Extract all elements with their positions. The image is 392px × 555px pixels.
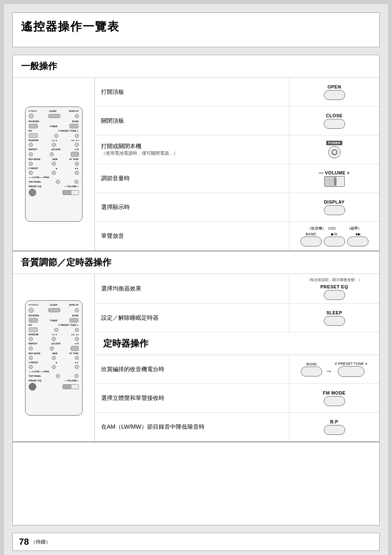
op-row-mono: 單聲放音 （收音機）（CD） （磁帶） BAND <box>95 222 379 251</box>
op-desc-sleep: 設定／解除睡眠定時器 <box>95 304 289 332</box>
section2-header: 音質調節／定時器操作 <box>13 251 379 274</box>
page-number: 78 <box>19 536 29 547</box>
remote-image-2: POWER SLEEP DISPLAY FM MODE BAND <box>25 300 83 416</box>
band-button[interactable] <box>300 237 322 246</box>
volume-label: — VOLUME + <box>319 170 350 175</box>
section2-content: POWER SLEEP DISPLAY FM MODE BAND <box>13 274 379 442</box>
op-btn-area-display: DISPLAY <box>289 193 379 221</box>
arrow-icon: → <box>325 363 332 376</box>
volume-slider[interactable] <box>324 176 345 187</box>
power-box-label: POWER <box>326 141 342 145</box>
op-desc-fm-mode: 選擇立體聲和單聲接收時 <box>95 384 289 412</box>
display-button[interactable] <box>324 205 345 215</box>
op-btn-area-open: OPEN <box>289 78 379 106</box>
section3-title: 定時器操作 <box>103 338 148 348</box>
op-btn-area-power: POWER <box>289 135 379 164</box>
power-button[interactable] <box>328 146 341 158</box>
op-text-mono: 單聲放音 <box>101 232 283 240</box>
section1-operations: 打開頂板 OPEN 關閉頂板 CLOSE <box>95 78 379 251</box>
rev-fwd-label: ◄▶ <box>355 232 361 236</box>
preset-eq-button-label: PRESET EQ <box>321 284 348 289</box>
op-text-band-tune: 欣賞編排的收音機電台時 <box>101 366 283 373</box>
op-text-power: 打開或關閉本機 <box>101 143 283 150</box>
op-desc-mono: 單聲放音 <box>95 222 289 251</box>
page-footer: 78 （待續） <box>12 533 380 551</box>
op-text-bp: 在AM（LW/MW）節目錄音中降低噪音時 <box>101 423 283 431</box>
op-btn-area-preset-eq: （每次按該鈕，顯示都會改變。） PRESET EQ <box>289 274 379 303</box>
title-section: 遙控器操作一覽表 <box>12 12 380 47</box>
op-text-sleep: 設定／解除睡眠定時器 <box>101 314 283 322</box>
mono-button-group: BAND ▶/II ◄▶ <box>300 232 369 246</box>
band-tune-buttons: BAND → V PRESET TUNE ∧ <box>301 362 368 377</box>
preset-eq-button[interactable] <box>324 290 345 300</box>
section1-header: 一般操作 <box>13 55 379 78</box>
op-desc-open: 打開頂板 <box>95 78 289 106</box>
op-btn-area-band-tune: BAND → V PRESET TUNE ∧ <box>289 355 379 383</box>
v-preset-tune-button[interactable] <box>338 366 364 377</box>
bp-button[interactable] <box>324 425 345 435</box>
sleep-button[interactable] <box>324 316 345 326</box>
close-button-label: CLOSE <box>326 113 342 118</box>
op-text-preset-eq: 選擇均衡器效果 <box>101 285 283 293</box>
display-button-label: DISPLAY <box>324 200 344 204</box>
band-label: BAND <box>306 232 316 236</box>
play-pause-button[interactable] <box>324 237 345 246</box>
main-content: 一般操作 POWER SLEEP DISPLAY <box>12 55 380 525</box>
op-desc-volume: 調節音量時 <box>95 164 289 193</box>
op-text-open: 打開頂板 <box>101 88 283 96</box>
play-pause-label: ▶/II <box>331 232 337 236</box>
op-btn-area-volume: — VOLUME + <box>289 164 379 193</box>
mono-sub1: （收音機）（CD） <box>307 226 339 231</box>
op-row-volume: 調節音量時 — VOLUME + <box>95 164 379 193</box>
op-desc-bp: 在AM（LW/MW）節目錄音中降低噪音時 <box>95 413 289 441</box>
op-sub-power: （使用電池電源時，僅可關閉電源。） <box>101 150 283 156</box>
v-preset-tune-label: V PRESET TUNE ∧ <box>334 362 368 366</box>
op-btn-area-sleep: SLEEP <box>289 304 379 332</box>
op-row-close: 關閉頂板 CLOSE <box>95 107 379 135</box>
op-text-volume: 調節音量時 <box>101 175 283 182</box>
op-row-display: 選擇顯示時 DISPLAY <box>95 193 379 222</box>
fm-mode-button-label: FM MODE <box>323 390 346 395</box>
rev-fwd-button[interactable] <box>347 237 369 246</box>
open-button[interactable] <box>324 90 345 100</box>
remote-panel-1: POWER SLEEP DISPLAY FM MODE BAND <box>13 78 95 251</box>
sleep-button-label: SLEEP <box>326 310 342 315</box>
fm-mode-button[interactable] <box>324 396 345 406</box>
section3-header: 定時器操作 <box>95 332 379 355</box>
open-button-label: OPEN <box>327 84 341 89</box>
op-row-power: 打開或關閉本機 （使用電池電源時，僅可關閉電源。） POWER <box>95 135 379 164</box>
section2-operations: 選擇均衡器效果 （每次按該鈕，顯示都會改變。） PRESET EQ 設定／解除睡… <box>95 274 379 441</box>
preset-eq-sub: （每次按該鈕，顯示都會改變。） <box>307 277 362 283</box>
op-row-open: 打開頂板 OPEN <box>95 78 379 107</box>
op-row-preset-eq: 選擇均衡器效果 （每次按該鈕，顯示都會改變。） PRESET EQ <box>95 274 379 304</box>
op-text-close: 關閉頂板 <box>101 117 283 125</box>
section1-title: 一般操作 <box>21 61 57 71</box>
op-btn-area-close: CLOSE <box>289 107 379 135</box>
section1-content: POWER SLEEP DISPLAY FM MODE BAND <box>13 78 379 251</box>
page: 遙控器操作一覽表 一般操作 POWER SLEEP DISPLAY <box>4 4 388 555</box>
section2-title: 音質調節／定時器操作 <box>21 257 111 267</box>
op-text-fm-mode: 選擇立體聲和單聲接收時 <box>101 395 283 402</box>
bp-button-label: B.P <box>330 419 339 424</box>
page-title: 遙控器操作一覽表 <box>21 19 371 35</box>
remote-image-1: POWER SLEEP DISPLAY FM MODE BAND <box>25 107 83 222</box>
volume-control[interactable] <box>324 176 345 187</box>
volume-handle <box>334 177 337 186</box>
op-btn-area-fm-mode: FM MODE <box>289 384 379 412</box>
band-tune-band-button[interactable] <box>301 367 322 376</box>
op-row-fm-mode: 選擇立體聲和單聲接收時 FM MODE <box>95 384 379 413</box>
continued-label: （待續） <box>31 539 51 546</box>
op-desc-close: 關閉頂板 <box>95 107 289 135</box>
op-row-sleep: 設定／解除睡眠定時器 SLEEP <box>95 304 379 332</box>
op-row-bp: 在AM（LW/MW）節目錄音中降低噪音時 B.P <box>95 413 379 441</box>
op-btn-area-bp: B.P <box>289 413 379 441</box>
op-desc-band-tune: 欣賞編排的收音機電台時 <box>95 355 289 383</box>
op-text-display: 選擇顯示時 <box>101 204 283 211</box>
band-tune-band-label: BAND <box>307 362 317 366</box>
mono-sub2: （磁帶） <box>347 226 362 231</box>
op-row-band-tune: 欣賞編排的收音機電台時 BAND → V PRESET TUNE ∧ <box>95 355 379 384</box>
close-button[interactable] <box>324 119 345 129</box>
op-desc-display: 選擇顯示時 <box>95 193 289 221</box>
op-desc-preset-eq: 選擇均衡器效果 <box>95 274 289 303</box>
op-desc-power: 打開或關閉本機 （使用電池電源時，僅可關閉電源。） <box>95 135 289 164</box>
